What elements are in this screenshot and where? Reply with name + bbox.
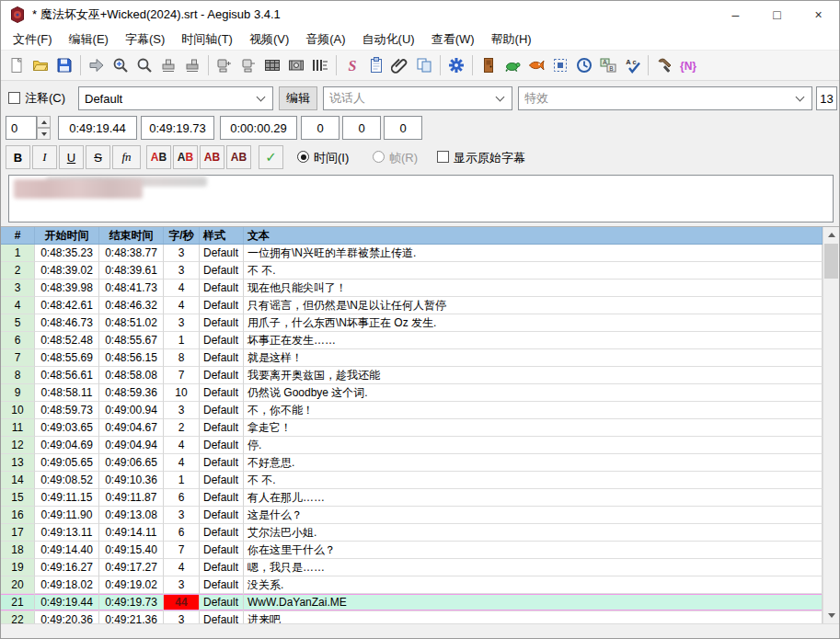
italic-button[interactable]: I xyxy=(32,145,57,169)
subtitle-text-editor[interactable] xyxy=(8,175,834,223)
jump-to-icon[interactable] xyxy=(85,53,109,77)
table-row[interactable]: 10:48:35.230:48:38.773Default一位拥有\N兴旺的羊群… xyxy=(1,245,823,262)
margin-left-input[interactable]: 0 xyxy=(301,116,339,140)
style-cell[interactable]: Default xyxy=(200,594,244,611)
cps-cell[interactable]: 2 xyxy=(164,419,200,437)
row-number-cell[interactable]: 1 xyxy=(1,245,35,262)
spin-up-icon[interactable] xyxy=(37,116,51,128)
cps-cell[interactable]: 7 xyxy=(164,542,200,559)
style-cell[interactable]: Default xyxy=(200,559,244,576)
minimize-button[interactable]: – xyxy=(715,1,756,29)
start-time-cell[interactable]: 0:48:35.23 xyxy=(35,245,99,262)
end-time-cell[interactable]: 0:49:19.73 xyxy=(99,594,164,611)
table-row[interactable]: 130:49:05.650:49:06.654Default不好意思. xyxy=(1,454,823,472)
row-number-cell[interactable]: 22 xyxy=(1,611,35,623)
options-icon[interactable] xyxy=(444,53,468,77)
start-time-cell[interactable]: 0:49:19.44 xyxy=(35,594,99,611)
cps-cell[interactable]: 4 xyxy=(164,454,200,472)
row-number-cell[interactable]: 7 xyxy=(1,349,35,367)
style-cell[interactable]: Default xyxy=(200,489,244,507)
text-cell[interactable]: 一位拥有\N兴旺的羊群被禁止传道. xyxy=(244,245,823,262)
cps-cell[interactable]: 1 xyxy=(164,472,200,489)
style-cell[interactable]: Default xyxy=(200,419,244,437)
keyframes-icon[interactable] xyxy=(308,53,332,77)
style-cell[interactable]: Default xyxy=(200,524,244,542)
time-radio-label[interactable]: 时间(I) xyxy=(314,150,349,166)
end-time-cell[interactable]: 0:49:17.27 xyxy=(99,559,164,576)
text-cell[interactable]: 我要离开奥兹国，趁我还能 xyxy=(244,367,823,384)
table-row[interactable]: 100:48:59.730:49:00.943Default不，你不能！ xyxy=(1,402,823,419)
row-number-cell[interactable]: 9 xyxy=(1,384,35,402)
row-number-cell[interactable]: 14 xyxy=(1,472,35,489)
end-time-cell[interactable]: 0:48:41.73 xyxy=(99,280,164,297)
style-cell[interactable]: Default xyxy=(200,472,244,489)
text-cell[interactable]: 只有谣言，但仍然是\N足以让任何人暂停 xyxy=(244,297,823,314)
start-time-cell[interactable]: 0:49:11.15 xyxy=(35,489,99,507)
row-number-cell[interactable]: 20 xyxy=(1,576,35,594)
text-cell[interactable]: 不好意思. xyxy=(244,454,823,472)
layer-input[interactable]: 0 xyxy=(6,116,37,140)
translation-assistant-icon[interactable] xyxy=(501,53,524,77)
show-original-checkbox[interactable] xyxy=(437,151,449,163)
style-cell[interactable]: Default xyxy=(200,454,244,472)
style-cell[interactable]: Default xyxy=(200,349,244,367)
text-cell[interactable]: 你在这里干什么？ xyxy=(244,542,823,559)
style-cell[interactable]: Default xyxy=(200,437,244,454)
end-time-cell[interactable]: 0:48:59.36 xyxy=(99,384,164,402)
row-number-cell[interactable]: 4 xyxy=(1,297,35,314)
menu-item-2[interactable]: 字幕(S) xyxy=(117,29,173,50)
start-time-cell[interactable]: 0:49:03.65 xyxy=(35,419,99,437)
start-time-cell[interactable]: 0:49:13.11 xyxy=(35,524,99,542)
end-time-cell[interactable]: 0:48:51.02 xyxy=(99,314,164,332)
table-row[interactable]: 140:49:08.520:49:10.361Default不 不. xyxy=(1,472,823,489)
end-time-cell[interactable]: 0:48:56.15 xyxy=(99,349,164,367)
start-time-cell[interactable]: 0:48:39.98 xyxy=(35,280,99,297)
table-row[interactable]: 200:49:18.020:49:19.023Default没关系. xyxy=(1,576,823,594)
column-header[interactable]: 开始时间 xyxy=(35,227,99,244)
margin-right-input[interactable]: 0 xyxy=(342,116,381,140)
scrollbar-thumb[interactable] xyxy=(824,244,838,279)
menu-item-1[interactable]: 编辑(E) xyxy=(61,29,117,50)
row-number-cell[interactable]: 12 xyxy=(1,437,35,454)
end-time-cell[interactable]: 0:49:19.02 xyxy=(99,576,164,594)
style-cell[interactable]: Default xyxy=(200,314,244,332)
menu-item-0[interactable]: 文件(F) xyxy=(5,29,61,50)
close-button[interactable]: × xyxy=(798,1,839,29)
text-cell[interactable]: 就是这样！ xyxy=(244,349,823,367)
end-time-cell[interactable]: 0:49:00.94 xyxy=(99,402,164,419)
kanji-timer-icon[interactable]: AB xyxy=(596,53,620,77)
start-time-input[interactable]: 0:49:19.44 xyxy=(58,116,137,140)
grid-scrollbar[interactable] xyxy=(823,227,839,623)
new-subtitles-icon[interactable] xyxy=(5,53,29,77)
table-row[interactable]: 160:49:11.900:49:13.083Default这是什么？ xyxy=(1,507,823,524)
underline-button[interactable]: U xyxy=(59,145,84,169)
style-cell[interactable]: Default xyxy=(200,332,244,349)
end-time-cell[interactable]: 0:49:04.67 xyxy=(99,419,164,437)
row-number-cell[interactable]: 8 xyxy=(1,367,35,384)
column-header[interactable]: 字/秒 xyxy=(164,227,200,244)
table-row[interactable]: 70:48:55.690:48:56.158Default就是这样！ xyxy=(1,349,823,367)
edit-style-button[interactable]: 编辑 xyxy=(279,86,317,110)
start-time-cell[interactable]: 0:49:18.02 xyxy=(35,576,99,594)
cps-cell[interactable]: 4 xyxy=(164,280,200,297)
commit-button[interactable]: ✓ xyxy=(259,145,283,169)
start-time-cell[interactable]: 0:49:11.90 xyxy=(35,507,99,524)
layer-spinner[interactable] xyxy=(37,116,51,140)
start-time-cell[interactable]: 0:48:46.73 xyxy=(35,314,99,332)
bold-button[interactable]: B xyxy=(6,145,30,169)
comment-checkbox[interactable] xyxy=(8,92,20,104)
menu-item-3[interactable]: 时间轴(T) xyxy=(173,29,241,50)
maximize-button[interactable]: □ xyxy=(756,1,798,29)
row-number-cell[interactable]: 11 xyxy=(1,419,35,437)
text-cell[interactable]: 坏事正在发生…… xyxy=(244,332,823,349)
start-time-cell[interactable]: 0:48:59.73 xyxy=(35,402,99,419)
select-lines-icon[interactable] xyxy=(548,53,572,77)
styles-manager-icon[interactable]: S xyxy=(340,53,364,77)
column-header[interactable]: 结束时间 xyxy=(99,227,164,244)
outline-color-button[interactable]: AB xyxy=(200,145,224,169)
cps-cell[interactable]: 3 xyxy=(164,507,200,524)
row-number-cell[interactable]: 5 xyxy=(1,314,35,332)
table-row[interactable]: 110:49:03.650:49:04.672Default拿走它！ xyxy=(1,419,823,437)
menu-item-8[interactable]: 帮助(H) xyxy=(483,29,540,50)
text-cell[interactable]: WwW.DaYanZai.ME xyxy=(244,594,823,611)
